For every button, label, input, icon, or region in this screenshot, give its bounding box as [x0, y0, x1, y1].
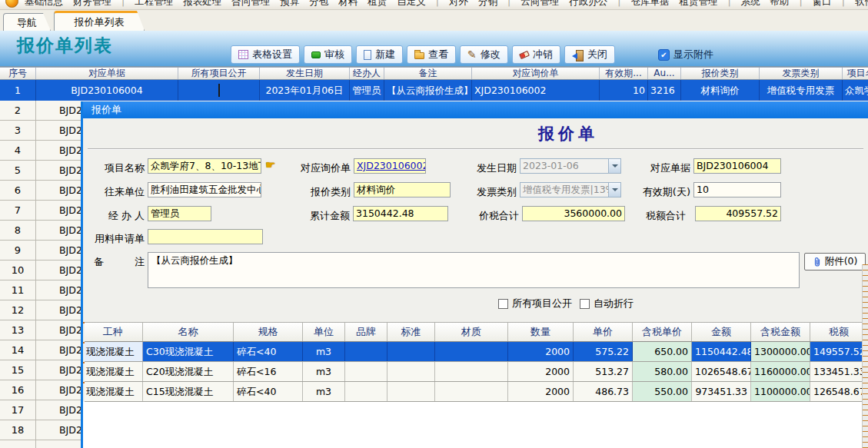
- detail-column-header[interactable]: 材质: [435, 323, 508, 341]
- detail-column-header[interactable]: 品牌: [345, 323, 387, 341]
- counterparty-field[interactable]: 胜利油田建筑五金批发中心: [148, 182, 261, 197]
- menu-item[interactable]: 帮助: [770, 0, 790, 8]
- menu-item[interactable]: 预算: [280, 0, 299, 8]
- detail-column-header[interactable]: 单价: [574, 323, 633, 341]
- list-row[interactable]: 3BJD2: [0, 121, 81, 141]
- menu-item[interactable]: 分销: [478, 0, 497, 8]
- inquiry-no-link[interactable]: XJD230106002: [357, 160, 426, 171]
- menu-item[interactable]: 自定义: [397, 0, 426, 8]
- menu-item[interactable]: 软件升级: [855, 0, 868, 8]
- menu-item[interactable]: 分包: [309, 0, 328, 8]
- detail-column-header[interactable]: 含税金额: [751, 323, 810, 341]
- list-row[interactable]: 6BJD2: [0, 181, 81, 201]
- toolbar-button[interactable]: 查看: [407, 45, 456, 64]
- toolbar-button[interactable]: 审核: [304, 45, 352, 64]
- tab-navigation[interactable]: 导航: [3, 13, 51, 31]
- list-row[interactable]: 17BJD2: [0, 400, 81, 420]
- row-public-checkbox[interactable]: [218, 84, 220, 97]
- list-column-header[interactable]: 备注: [384, 68, 472, 79]
- list-column-header[interactable]: 报价类别: [681, 68, 760, 79]
- list-column-header[interactable]: 发票类别: [760, 68, 843, 79]
- list-column-header[interactable]: 对应单据: [36, 68, 178, 79]
- list-column-header[interactable]: 所有项目公开: [178, 68, 260, 79]
- detail-row-selected[interactable]: 现浇混凝土C30现浇混凝土碎石<40m32000575.22650.001150…: [83, 342, 868, 362]
- list-row[interactable]: 12BJD2: [0, 300, 81, 320]
- toolbar-button[interactable]: ✎修改: [460, 45, 508, 64]
- invoice-type-dropdown-arrow-icon[interactable]: [608, 183, 620, 197]
- detail-row[interactable]: 现浇混凝土C20现浇混凝土碎石<16m32000513.27580.001026…: [83, 362, 868, 382]
- detail-column-header[interactable]: 含税单价: [633, 323, 692, 341]
- menu-item[interactable]: 工程管理: [135, 0, 173, 8]
- project-picker-hand-icon[interactable]: ☛: [265, 158, 275, 172]
- menu-item[interactable]: 租赁: [367, 0, 387, 8]
- list-row[interactable]: 14BJD2: [0, 340, 81, 360]
- auto-wrap-checkbox[interactable]: 自动折行: [580, 297, 634, 310]
- menu-item[interactable]: 对外: [449, 0, 468, 8]
- list-row[interactable]: 11BJD2: [0, 280, 81, 300]
- occur-date-combo[interactable]: 2023-01-06: [520, 158, 621, 174]
- list-row[interactable]: [0, 440, 81, 448]
- tab-quote-list[interactable]: 报价单列表: [54, 11, 145, 31]
- list-row[interactable]: 13BJD2: [0, 320, 81, 340]
- occur-date-dropdown-arrow-icon[interactable]: [608, 159, 620, 173]
- invoice-type-combo[interactable]: 增值税专用发票|13%: [520, 182, 621, 197]
- detail-column-header[interactable]: 单位: [303, 323, 345, 341]
- dialog-scrollbar[interactable]: [862, 264, 868, 448]
- auto-wrap-checkbox-icon[interactable]: [580, 299, 590, 309]
- list-column-header[interactable]: 发生日期: [260, 68, 350, 79]
- remark-textarea[interactable]: 【从云商报价生成】: [148, 252, 800, 288]
- show-attachment-checkbox-icon[interactable]: ✔: [658, 49, 670, 61]
- menu-item[interactable]: 云商管理: [520, 0, 559, 8]
- list-row[interactable]: 5BJD2: [0, 161, 81, 181]
- menu-item[interactable]: 财务管理: [73, 0, 111, 8]
- operator-field[interactable]: 管理员: [148, 206, 211, 221]
- list-row[interactable]: 16BJD2: [0, 380, 81, 400]
- list-row[interactable]: 18BJD2: [0, 420, 81, 440]
- dialog-titlebar[interactable]: 报价单: [83, 101, 868, 118]
- detail-column-header[interactable]: 标准: [387, 323, 435, 341]
- show-attachment-toggle[interactable]: ✔ 显示附件: [658, 48, 713, 61]
- quote-type-field[interactable]: 材料询价: [354, 182, 451, 197]
- menu-item[interactable]: 合同管理: [231, 0, 270, 8]
- attachment-button[interactable]: 附件(0): [804, 253, 866, 270]
- menu-item[interactable]: 行政办公: [569, 0, 607, 8]
- detail-column-header[interactable]: 规格: [234, 323, 303, 341]
- quote-list-selected-row[interactable]: 1BJD2301060042023年01月06日管理员【从云商报价生成】XJD2…: [0, 80, 868, 101]
- detail-column-header[interactable]: 数量: [508, 323, 574, 341]
- toolbar-button[interactable]: 表格设置: [231, 45, 300, 64]
- menu-item[interactable]: 报表处理: [183, 0, 221, 8]
- list-row[interactable]: 15BJD2: [0, 360, 81, 380]
- list-column-header[interactable]: 经办人: [350, 68, 384, 79]
- list-column-header[interactable]: 对应询价单: [472, 68, 600, 79]
- doc-no-field[interactable]: BJD230106004: [693, 158, 781, 174]
- toolbar-button[interactable]: 冲销: [512, 45, 560, 64]
- project-name-field[interactable]: 众凯学府7、8、10-13地下车库: [148, 158, 261, 174]
- menu-item[interactable]: 仓库单据: [630, 0, 669, 8]
- detail-column-header[interactable]: 名称: [143, 323, 234, 341]
- menu-item[interactable]: 材料: [338, 0, 358, 8]
- menu-item[interactable]: 基础信息: [25, 0, 63, 8]
- detail-column-header[interactable]: 税额: [810, 323, 868, 341]
- list-row[interactable]: 8BJD2: [0, 221, 81, 241]
- detail-row[interactable]: 现浇混凝土C15现浇混凝土碎石<40m32000486.73550.009734…: [83, 382, 868, 402]
- menu-item[interactable]: 租赁管理: [679, 0, 717, 8]
- valid-days-field[interactable]: 10: [693, 182, 781, 197]
- list-column-header[interactable]: 有效期...: [600, 68, 648, 79]
- list-column-header[interactable]: 项目名称: [843, 68, 868, 79]
- list-row[interactable]: 9BJD2: [0, 241, 81, 261]
- list-column-header[interactable]: Au...: [648, 68, 681, 79]
- close-button[interactable]: 关闭: [564, 45, 615, 64]
- all-projects-public-checkbox-icon[interactable]: [498, 299, 508, 309]
- detail-column-header[interactable]: 工种: [83, 323, 143, 341]
- list-row[interactable]: 2BJD2: [0, 101, 81, 121]
- list-row[interactable]: 7BJD2: [0, 201, 81, 221]
- list-row[interactable]: 4BJD2: [0, 141, 81, 161]
- menu-item[interactable]: 窗口: [813, 0, 832, 8]
- row-public-checkbox-cell[interactable]: [178, 80, 260, 101]
- material-request-field[interactable]: [148, 229, 263, 244]
- toolbar-button[interactable]: 新建: [356, 45, 403, 64]
- list-row[interactable]: 10BJD2: [0, 261, 81, 280]
- menu-item[interactable]: 系统: [741, 0, 760, 8]
- detail-column-header[interactable]: 金额: [692, 323, 751, 341]
- list-column-header[interactable]: 序号: [0, 68, 36, 79]
